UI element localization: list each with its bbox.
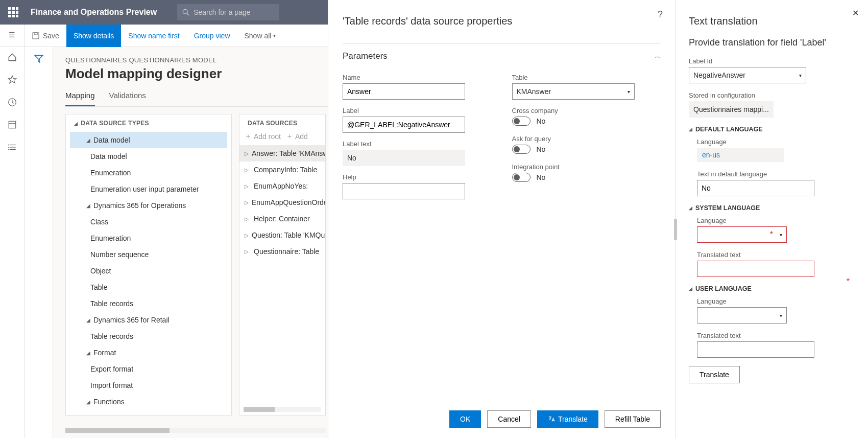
tree-item[interactable]: Data model [70, 148, 227, 165]
tree-item[interactable]: Enumeration user input parameter [70, 181, 227, 197]
tree-item[interactable]: Table records [70, 295, 227, 312]
clock-icon[interactable] [7, 97, 17, 107]
waffle-icon[interactable] [8, 7, 18, 17]
tree-item[interactable]: Enumeration [70, 165, 227, 181]
language-label: Language [697, 138, 855, 146]
list-icon[interactable] [7, 142, 17, 152]
help-input[interactable] [343, 183, 465, 199]
transtext-input[interactable] [697, 261, 814, 277]
cross-company-label: Cross company [512, 107, 661, 114]
tree-group[interactable]: ◢ Format [70, 344, 227, 361]
app-title: Finance and Operations Preview [31, 8, 157, 17]
add-root-button[interactable]: ＋ Add root [245, 132, 281, 141]
save-icon [32, 32, 40, 40]
section-parameters[interactable]: Parameters ︿ [343, 43, 661, 66]
ok-button[interactable]: OK [449, 410, 481, 428]
tree-item[interactable]: Class [70, 214, 227, 230]
labelid-label: Label Id [689, 57, 855, 65]
userlang-label: Language [697, 297, 855, 305]
horizontal-scrollbar[interactable] [244, 407, 321, 412]
resize-handle[interactable] [674, 219, 677, 240]
svg-rect-3 [34, 33, 37, 35]
help-label: Help [343, 173, 492, 181]
name-label: Name [343, 74, 492, 81]
tree-group[interactable]: ◢ Dynamics 365 for Operations [70, 197, 227, 214]
group-view-button[interactable]: Group view [187, 25, 237, 47]
table-label: Table [512, 74, 661, 81]
add-button[interactable]: ＋ Add [286, 132, 308, 141]
properties-dialog: ? 'Table records' data source properties… [328, 0, 675, 438]
language-value: en-us [697, 148, 784, 162]
integration-label: Integration point [512, 163, 661, 171]
tree-group[interactable]: ◢ Functions [70, 394, 227, 410]
tree-item[interactable]: Export format [70, 361, 227, 377]
pane-title: Text translation [689, 15, 855, 27]
tree-item[interactable]: Table records [70, 328, 227, 344]
svg-point-12 [8, 149, 9, 150]
chevron-up-icon: ︿ [655, 52, 661, 61]
textdef-input[interactable] [697, 180, 814, 196]
module-icon[interactable] [7, 120, 17, 130]
search-icon [182, 9, 189, 16]
section-user-language[interactable]: USER LANGUAGE [689, 285, 855, 292]
section-default-language[interactable]: DEFAULT LANGUAGE [689, 126, 855, 133]
show-name-first-button[interactable]: Show name first [121, 25, 186, 47]
cancel-button[interactable]: Cancel [487, 410, 531, 428]
data-source-item[interactable]: ▷EnumAppNoYes: [239, 178, 325, 194]
section-system-language[interactable]: SYSTEM LANGUAGE [689, 204, 855, 212]
userlang-select[interactable]: ▾ [697, 307, 787, 324]
data-source-item[interactable]: ▷Answer: Table 'KMAnswer' [239, 145, 325, 162]
translate-button[interactable]: Translate [537, 410, 598, 428]
translation-pane: ✕ Text translation Provide translation f… [675, 0, 868, 438]
refill-table-button[interactable]: Refill Table [605, 410, 661, 428]
usertext-label: Translated text [697, 332, 855, 339]
pane-subtitle: Provide translation for field 'Label' [689, 37, 855, 48]
tree-item[interactable]: Enumeration [70, 230, 227, 246]
cross-company-toggle[interactable] [512, 117, 531, 126]
table-select[interactable]: KMAnswer▾ [512, 83, 635, 100]
data-source-item[interactable]: ▷Helper: Container [239, 211, 325, 227]
data-source-item[interactable]: ▷Question: Table 'KMQuestion' [239, 227, 325, 243]
translate-button[interactable]: Translate [689, 366, 740, 383]
funnel-icon[interactable] [34, 54, 43, 63]
tab-mapping[interactable]: Mapping [65, 91, 95, 106]
data-source-item[interactable]: ▷CompanyInfo: Table [239, 162, 325, 178]
integration-toggle[interactable] [512, 173, 531, 182]
panel-header: DATA SOURCES [239, 114, 325, 132]
save-button[interactable]: Save [25, 25, 66, 47]
left-nav-rail: ☰ [0, 25, 25, 438]
usertext-input[interactable] [697, 341, 814, 358]
data-source-item[interactable]: ▷Questionnaire: Table [239, 243, 325, 260]
show-details-button[interactable]: Show details [66, 25, 121, 47]
tree-item[interactable]: Object [70, 263, 227, 279]
search-box[interactable]: Search for a page [177, 4, 279, 20]
translate-icon [548, 416, 555, 423]
svg-point-0 [183, 9, 188, 14]
home-icon[interactable] [7, 52, 17, 62]
svg-rect-2 [33, 33, 39, 39]
show-all-button[interactable]: Show all ▾ [237, 25, 283, 47]
close-icon[interactable]: ✕ [852, 8, 859, 18]
horizontal-scrollbar[interactable] [65, 428, 326, 433]
svg-point-10 [8, 144, 9, 145]
panel-header: ◢DATA SOURCE TYPES [66, 114, 231, 132]
data-source-item[interactable]: ▷EnumAppQuestionOrder [239, 194, 325, 211]
tree-group[interactable]: ◢ Dynamics 365 for Retail [70, 312, 227, 328]
tree-item[interactable]: Table [70, 279, 227, 295]
syslang-select[interactable]: *▾ [697, 226, 787, 243]
tree-item[interactable]: Number sequence [70, 246, 227, 263]
tab-validations[interactable]: Validations [109, 91, 146, 106]
tree-item[interactable]: Barcode [70, 410, 227, 416]
filter-column [25, 47, 53, 438]
ask-query-toggle[interactable] [512, 145, 531, 154]
label-label: Label [343, 107, 492, 114]
star-icon[interactable] [7, 75, 17, 85]
labelid-select[interactable]: NegativeAnswer▾ [689, 67, 806, 83]
tree-item[interactable]: Import format [70, 377, 227, 394]
help-icon[interactable]: ? [658, 9, 663, 20]
name-input[interactable] [343, 83, 465, 100]
label-input[interactable] [343, 117, 465, 133]
hamburger-icon[interactable]: ☰ [7, 30, 17, 40]
ask-query-label: Ask for query [512, 135, 661, 143]
tree-group[interactable]: ◢ Data model [70, 132, 227, 148]
